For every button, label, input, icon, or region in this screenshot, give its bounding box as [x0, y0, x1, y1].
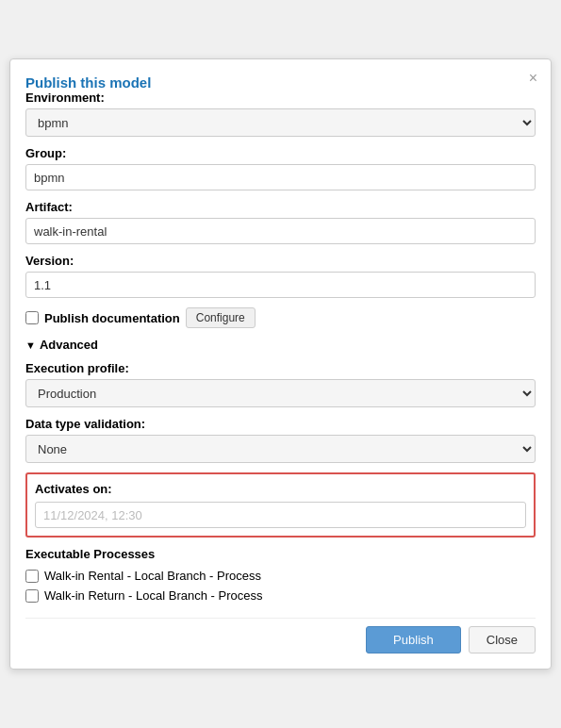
dialog-close-x-button[interactable]: × — [529, 71, 537, 86]
group-input[interactable] — [25, 164, 536, 190]
publish-button[interactable]: Publish — [366, 626, 461, 654]
process-checkbox-1[interactable] — [25, 570, 39, 583]
artifact-label: Artifact: — [25, 200, 536, 214]
publish-documentation-row: Publish documentation Configure — [25, 307, 536, 328]
version-label: Version: — [25, 254, 536, 268]
executable-processes-title: Executable Processes — [25, 547, 536, 561]
close-button[interactable]: Close — [469, 626, 536, 654]
version-group: Version: — [25, 254, 536, 298]
process-label-1: Walk-in Rental - Local Branch - Process — [44, 569, 261, 583]
data-type-validation-select[interactable]: None — [25, 435, 536, 463]
activates-on-input[interactable] — [35, 502, 526, 528]
advanced-toggle[interactable]: ▼ Advanced — [25, 338, 536, 352]
publish-documentation-label: Publish documentation — [44, 311, 180, 325]
execution-profile-group: Execution profile: Production — [25, 361, 536, 407]
publish-dialog: Publish this model × Environment: bpmn G… — [9, 58, 552, 670]
execution-profile-label: Execution profile: — [25, 361, 536, 375]
publish-documentation-checkbox[interactable] — [25, 311, 39, 324]
list-item: Walk-in Return - Local Branch - Process — [25, 588, 536, 603]
configure-button[interactable]: Configure — [186, 307, 256, 328]
process-label-2: Walk-in Return - Local Branch - Process — [44, 588, 262, 603]
artifact-group: Artifact: — [25, 200, 536, 244]
execution-profile-select[interactable]: Production — [25, 379, 536, 407]
advanced-arrow-icon: ▼ — [25, 339, 36, 351]
group-label: Group: — [25, 146, 536, 160]
group-group: Group: — [25, 146, 536, 190]
artifact-input[interactable] — [25, 218, 536, 244]
advanced-label: Advanced — [40, 338, 98, 352]
environment-select[interactable]: bpmn — [25, 108, 536, 137]
environment-label: Environment: — [25, 91, 536, 105]
activates-on-box: Activates on: — [25, 472, 536, 538]
executable-processes-section: Executable Processes Walk-in Rental - Lo… — [25, 547, 536, 603]
version-input[interactable] — [25, 272, 536, 298]
list-item: Walk-in Rental - Local Branch - Process — [25, 569, 536, 583]
activates-on-label: Activates on: — [35, 482, 526, 496]
dialog-footer: Publish Close — [25, 618, 536, 654]
data-type-validation-label: Data type validation: — [25, 417, 536, 431]
dialog-title: Publish this model — [25, 74, 151, 91]
data-type-validation-group: Data type validation: None — [25, 417, 536, 463]
environment-group: Environment: bpmn — [25, 91, 536, 137]
advanced-section: ▼ Advanced Execution profile: Production… — [25, 338, 536, 538]
process-checkbox-2[interactable] — [25, 589, 39, 603]
